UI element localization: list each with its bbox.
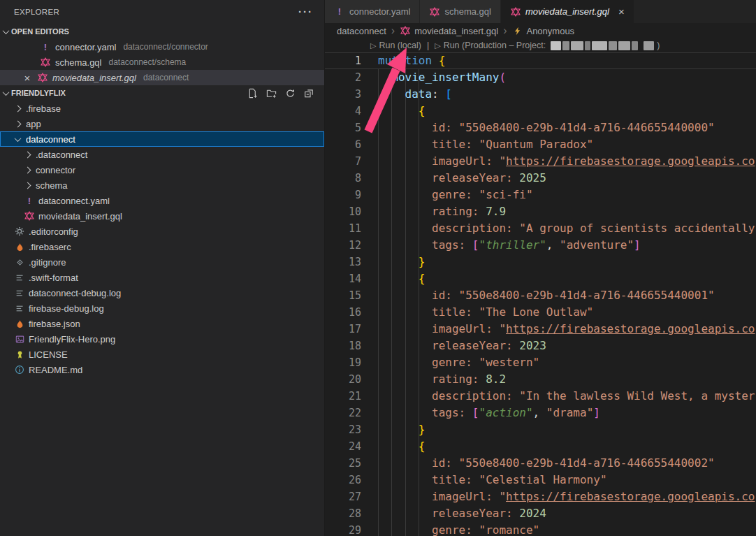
- close-icon[interactable]: ×: [618, 6, 625, 17]
- code-line[interactable]: 13 }: [325, 254, 756, 270]
- project-section-header[interactable]: FRIENDLYFLIX: [0, 85, 324, 101]
- code-line[interactable]: 1mutation {: [325, 52, 756, 69]
- file-path-description: dataconnect/schema: [108, 57, 186, 67]
- run-local-link[interactable]: ▷ Run (local): [370, 41, 421, 50]
- code-line[interactable]: 23 }: [325, 421, 756, 438]
- open-editor-item[interactable]: !connector.yamldataconnect/connector: [0, 39, 324, 55]
- open-editor-item[interactable]: ×moviedata_insert.gqldataconnect: [0, 70, 324, 85]
- graphql-file-icon: [37, 73, 48, 82]
- tree-file-friendlyflix-hero-png[interactable]: FriendlyFlix-Hero.png: [0, 331, 324, 347]
- close-icon[interactable]: ×: [22, 72, 33, 84]
- more-actions-icon[interactable]: ···: [298, 8, 313, 15]
- breadcrumb: dataconnect›moviedata_insert.gql›Anonymo…: [325, 23, 756, 38]
- line-number: 20: [325, 371, 361, 388]
- code-line[interactable]: 15 id: "550e8400-e29b-41d4-a716-44665544…: [325, 287, 756, 304]
- tree-file-moviedata-insert-gql[interactable]: moviedata_insert.gql: [0, 208, 324, 224]
- tree-file--gitignore[interactable]: .gitignore: [0, 254, 324, 270]
- tree-file--firebaserc[interactable]: .firebaserc: [0, 239, 324, 254]
- code-line[interactable]: 14 {: [325, 270, 756, 287]
- code-text: imageUrl: "https://firebasestorage.googl…: [361, 488, 755, 505]
- run-production-link[interactable]: ▷ Run (Production – Project: ): [435, 41, 660, 50]
- code-line[interactable]: 16 title: "The Lone Outlaw": [325, 304, 756, 321]
- code-editor[interactable]: 1mutation {2 movie_insertMany(3 data: [4…: [325, 52, 756, 536]
- tab-label: connector.yaml: [349, 6, 410, 17]
- code-line[interactable]: 17 imageUrl: "https://firebasestorage.go…: [325, 321, 756, 338]
- code-text: genre: "western": [361, 354, 539, 371]
- code-text: releaseYear: 2023: [361, 338, 546, 354]
- code-line[interactable]: 10 rating: 7.9: [325, 203, 756, 220]
- open-editors-section-header[interactable]: OPEN EDITORS: [0, 24, 324, 39]
- code-line[interactable]: 3 data: [: [325, 86, 756, 103]
- code-line[interactable]: 2 movie_insertMany(: [325, 69, 756, 86]
- tree-folder--firebase[interactable]: .firebase: [0, 101, 324, 116]
- code-line[interactable]: 21 description: "In the lawless Wild Wes…: [325, 388, 756, 405]
- tree-folder-dataconnect[interactable]: dataconnect: [0, 131, 324, 147]
- tree-file--editorconfig[interactable]: .editorconfig: [0, 224, 324, 239]
- new-folder-button[interactable]: [266, 88, 277, 99]
- code-line[interactable]: 4 {: [325, 103, 756, 119]
- line-number: 3: [325, 86, 361, 103]
- code-line[interactable]: 5 id: "550e8400-e29b-41d4-a716-446655440…: [325, 119, 756, 136]
- tab-connector-yaml[interactable]: !connector.yaml: [325, 0, 419, 23]
- tree-folder--dataconnect[interactable]: .dataconnect: [0, 147, 324, 162]
- code-line[interactable]: 8 releaseYear: 2025: [325, 170, 756, 187]
- code-line[interactable]: 12 tags: ["thriller", "adventure"]: [325, 237, 756, 254]
- code-line[interactable]: 26 title: "Celestial Harmony": [325, 472, 756, 488]
- play-icon: ▷: [370, 41, 376, 50]
- code-line[interactable]: 20 rating: 8.2: [325, 371, 756, 388]
- code-text: title: "Celestial Harmony": [361, 472, 607, 488]
- tab-schema-gql[interactable]: schema.gql: [420, 0, 500, 23]
- code-line[interactable]: 7 imageUrl: "https://firebasestorage.goo…: [325, 153, 756, 170]
- chevron-down-icon: [3, 27, 10, 34]
- code-line[interactable]: 19 genre: "western": [325, 354, 756, 371]
- collapse-folders-button[interactable]: [304, 88, 314, 99]
- graphql-file-icon: [40, 57, 51, 67]
- tree-folder-schema[interactable]: schema: [0, 178, 324, 193]
- code-text: id: "550e8400-e29b-41d4-a716-44665544000…: [361, 119, 715, 136]
- code-line[interactable]: 25 id: "550e8400-e29b-41d4-a716-44665544…: [325, 455, 756, 472]
- list-file-icon: [14, 289, 25, 298]
- chevron-right-icon: [24, 182, 31, 189]
- line-number: 23: [325, 421, 361, 438]
- code-line[interactable]: 28 releaseYear: 2024: [325, 505, 756, 522]
- code-line[interactable]: 29 genre: "romance": [325, 522, 756, 536]
- breadcrumb-item[interactable]: moviedata_insert.gql: [400, 26, 498, 36]
- code-line[interactable]: 18 releaseYear: 2023: [325, 338, 756, 354]
- tree-file-license[interactable]: LICENSE: [0, 347, 324, 362]
- line-number: 11: [325, 220, 361, 237]
- breadcrumb-item[interactable]: Anonymous: [511, 26, 574, 36]
- yaml-file-icon: !: [40, 43, 51, 52]
- code-line[interactable]: 22 tags: ["action", "drama"]: [325, 405, 756, 421]
- breadcrumb-item[interactable]: dataconnect: [337, 26, 386, 36]
- code-text: description: "In the lawless Wild West, …: [361, 388, 755, 405]
- refresh-explorer-button[interactable]: [285, 88, 296, 99]
- tree-folder-connector[interactable]: connector: [0, 162, 324, 178]
- open-editor-item[interactable]: schema.gqldataconnect/schema: [0, 55, 324, 70]
- line-number: 5: [325, 119, 361, 136]
- code-line[interactable]: 27 imageUrl: "https://firebasestorage.go…: [325, 488, 756, 505]
- code-text: {: [361, 438, 425, 455]
- tree-file-dataconnect-yaml[interactable]: !dataconnect.yaml: [0, 193, 324, 208]
- code-text: title: "Quantum Paradox": [361, 136, 593, 153]
- codelens-suffix: ): [657, 41, 660, 50]
- tree-file-firebase-json[interactable]: firebase.json: [0, 316, 324, 331]
- explorer-sidebar: EXPLORER ··· OPEN EDITORS !connector.yam…: [0, 0, 325, 536]
- tree-file-readme-md[interactable]: README.md: [0, 362, 324, 377]
- code-line[interactable]: 9 genre: "sci-fi": [325, 187, 756, 203]
- code-line[interactable]: 6 title: "Quantum Paradox": [325, 136, 756, 153]
- tree-file-firebase-debug-log[interactable]: firebase-debug.log: [0, 300, 324, 316]
- tree-file--swift-format[interactable]: .swift-format: [0, 270, 324, 285]
- tree-file-dataconnect-debug-log[interactable]: dataconnect-debug.log: [0, 285, 324, 300]
- code-line[interactable]: 11 description: "A group of scientists a…: [325, 220, 756, 237]
- code-line[interactable]: 24 {: [325, 438, 756, 455]
- tab-moviedata-insert-gql[interactable]: moviedata_insert.gql×: [501, 0, 634, 23]
- tree-folder-app[interactable]: app: [0, 116, 324, 131]
- tree-item-label: FriendlyFlix-Hero.png: [29, 334, 115, 345]
- tab-label: moviedata_insert.gql: [525, 6, 609, 17]
- code-text: releaseYear: 2025: [361, 170, 546, 187]
- new-file-button[interactable]: [247, 88, 258, 99]
- breadcrumb-label: Anonymous: [526, 26, 574, 36]
- line-number: 16: [325, 304, 361, 321]
- list-file-icon: [14, 304, 25, 313]
- code-text: id: "550e8400-e29b-41d4-a716-44665544000…: [361, 455, 715, 472]
